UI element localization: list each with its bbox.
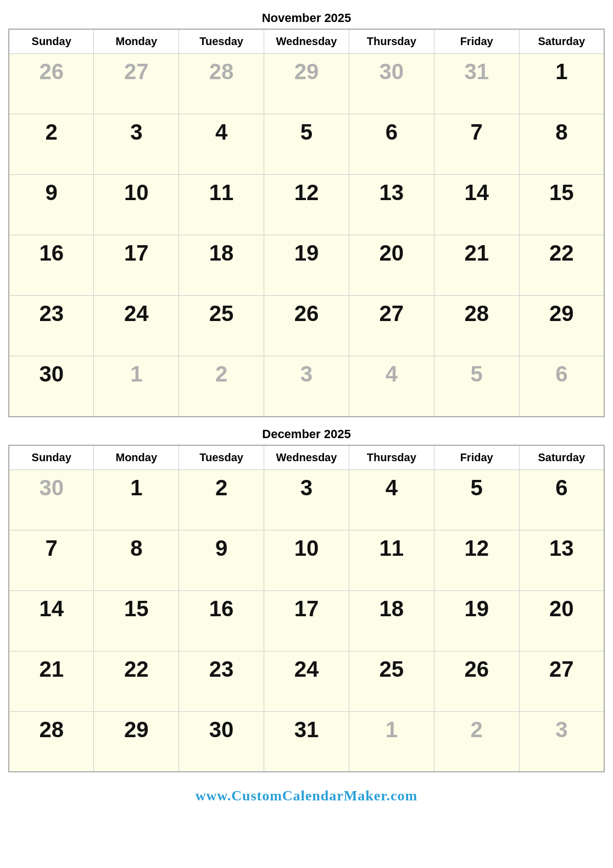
calendar-day[interactable]: 13 bbox=[519, 530, 604, 590]
calendar-day[interactable]: 3 bbox=[519, 711, 604, 772]
calendar-day[interactable]: 3 bbox=[264, 469, 349, 530]
calendar-day[interactable]: 17 bbox=[94, 235, 179, 296]
calendar-day[interactable]: 21 bbox=[434, 235, 519, 296]
calendar-day[interactable]: 3 bbox=[94, 114, 179, 175]
calendar-day[interactable]: 19 bbox=[264, 235, 349, 296]
calendar-day[interactable]: 30 bbox=[179, 711, 264, 772]
calendar-day[interactable]: 4 bbox=[349, 356, 434, 417]
calendar-day[interactable]: 6 bbox=[519, 356, 604, 417]
calendar-day[interactable]: 31 bbox=[264, 711, 349, 772]
col-header-thursday: Thursday bbox=[349, 29, 434, 54]
calendar-day[interactable]: 15 bbox=[94, 590, 179, 651]
col-header-wednesday: Wednesday bbox=[264, 29, 349, 54]
watermark: www.CustomCalendarMaker.com bbox=[196, 788, 417, 804]
december-table: SundayMondayTuesdayWednesdayThursdayFrid… bbox=[8, 445, 605, 773]
calendar-day[interactable]: 13 bbox=[349, 175, 434, 235]
calendar-day[interactable]: 16 bbox=[9, 235, 94, 296]
calendar-day[interactable]: 8 bbox=[94, 530, 179, 590]
calendar-day[interactable]: 30 bbox=[9, 469, 94, 530]
november-calendar: November 2025 SundayMondayTuesdayWednesd… bbox=[8, 11, 605, 417]
calendar-day[interactable]: 7 bbox=[434, 114, 519, 175]
calendar-day[interactable]: 4 bbox=[349, 469, 434, 530]
calendar-day[interactable]: 24 bbox=[94, 296, 179, 356]
calendar-day[interactable]: 5 bbox=[434, 356, 519, 417]
calendar-day[interactable]: 19 bbox=[434, 590, 519, 651]
calendar-day[interactable]: 27 bbox=[349, 296, 434, 356]
calendar-day[interactable]: 14 bbox=[9, 590, 94, 651]
december-calendar: December 2025 SundayMondayTuesdayWednesd… bbox=[8, 427, 605, 773]
calendar-day[interactable]: 23 bbox=[9, 296, 94, 356]
calendar-day[interactable]: 12 bbox=[264, 175, 349, 235]
calendar-day[interactable]: 6 bbox=[519, 469, 604, 530]
calendar-day[interactable]: 25 bbox=[179, 296, 264, 356]
calendar-day[interactable]: 1 bbox=[94, 356, 179, 417]
calendar-day[interactable]: 27 bbox=[519, 651, 604, 711]
col-header-saturday: Saturday bbox=[519, 445, 604, 470]
december-title: December 2025 bbox=[8, 427, 605, 441]
calendar-day[interactable]: 2 bbox=[434, 711, 519, 772]
col-header-sunday: Sunday bbox=[9, 445, 94, 470]
col-header-wednesday: Wednesday bbox=[264, 445, 349, 470]
calendar-day[interactable]: 4 bbox=[179, 114, 264, 175]
calendar-day[interactable]: 11 bbox=[349, 530, 434, 590]
calendar-day[interactable]: 29 bbox=[94, 711, 179, 772]
calendar-day[interactable]: 22 bbox=[94, 651, 179, 711]
calendar-day[interactable]: 9 bbox=[179, 530, 264, 590]
col-header-monday: Monday bbox=[94, 445, 179, 470]
calendar-day[interactable]: 24 bbox=[264, 651, 349, 711]
calendar-day[interactable]: 22 bbox=[519, 235, 604, 296]
calendar-day[interactable]: 29 bbox=[519, 296, 604, 356]
calendar-day[interactable]: 11 bbox=[179, 175, 264, 235]
calendar-day[interactable]: 20 bbox=[349, 235, 434, 296]
calendar-day[interactable]: 3 bbox=[264, 356, 349, 417]
calendar-day[interactable]: 28 bbox=[434, 296, 519, 356]
col-header-monday: Monday bbox=[94, 29, 179, 54]
calendar-day[interactable]: 12 bbox=[434, 530, 519, 590]
calendar-day[interactable]: 28 bbox=[179, 54, 264, 114]
calendar-day[interactable]: 28 bbox=[9, 711, 94, 772]
calendar-day[interactable]: 8 bbox=[519, 114, 604, 175]
calendar-day[interactable]: 16 bbox=[179, 590, 264, 651]
col-header-tuesday: Tuesday bbox=[179, 445, 264, 470]
calendar-day[interactable]: 30 bbox=[349, 54, 434, 114]
calendar-day[interactable]: 2 bbox=[9, 114, 94, 175]
calendar-day[interactable]: 26 bbox=[434, 651, 519, 711]
calendar-day[interactable]: 1 bbox=[94, 469, 179, 530]
col-header-sunday: Sunday bbox=[9, 29, 94, 54]
col-header-thursday: Thursday bbox=[349, 445, 434, 470]
calendar-day[interactable]: 18 bbox=[349, 590, 434, 651]
calendar-day[interactable]: 9 bbox=[9, 175, 94, 235]
calendar-day[interactable]: 10 bbox=[94, 175, 179, 235]
calendar-day[interactable]: 10 bbox=[264, 530, 349, 590]
calendar-day[interactable]: 1 bbox=[519, 54, 604, 114]
calendar-day[interactable]: 21 bbox=[9, 651, 94, 711]
col-header-friday: Friday bbox=[434, 445, 519, 470]
november-title: November 2025 bbox=[8, 11, 605, 25]
calendar-day[interactable]: 7 bbox=[9, 530, 94, 590]
calendar-day[interactable]: 23 bbox=[179, 651, 264, 711]
calendar-day[interactable]: 5 bbox=[434, 469, 519, 530]
calendar-day[interactable]: 17 bbox=[264, 590, 349, 651]
calendar-day[interactable]: 2 bbox=[179, 469, 264, 530]
calendar-day[interactable]: 30 bbox=[9, 356, 94, 417]
calendar-day[interactable]: 26 bbox=[9, 54, 94, 114]
calendar-day[interactable]: 25 bbox=[349, 651, 434, 711]
calendar-day[interactable]: 18 bbox=[179, 235, 264, 296]
col-header-saturday: Saturday bbox=[519, 29, 604, 54]
calendar-day[interactable]: 27 bbox=[94, 54, 179, 114]
calendar-day[interactable]: 1 bbox=[349, 711, 434, 772]
november-table: SundayMondayTuesdayWednesdayThursdayFrid… bbox=[8, 29, 605, 417]
calendar-day[interactable]: 5 bbox=[264, 114, 349, 175]
calendar-day[interactable]: 2 bbox=[179, 356, 264, 417]
calendar-day[interactable]: 14 bbox=[434, 175, 519, 235]
calendar-day[interactable]: 26 bbox=[264, 296, 349, 356]
calendar-day[interactable]: 6 bbox=[349, 114, 434, 175]
col-header-friday: Friday bbox=[434, 29, 519, 54]
calendar-day[interactable]: 20 bbox=[519, 590, 604, 651]
calendar-day[interactable]: 29 bbox=[264, 54, 349, 114]
calendar-day[interactable]: 15 bbox=[519, 175, 604, 235]
calendar-day[interactable]: 31 bbox=[434, 54, 519, 114]
col-header-tuesday: Tuesday bbox=[179, 29, 264, 54]
